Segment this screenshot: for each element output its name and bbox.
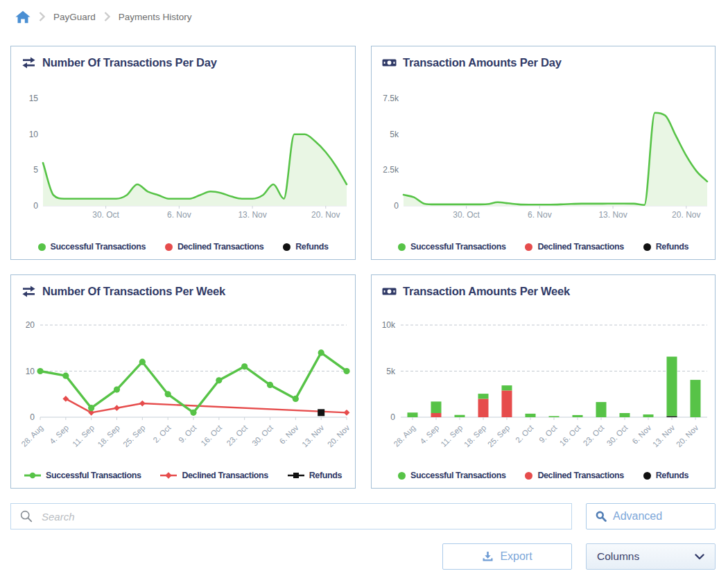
panel-transactions-per-week: Number Of Transactions Per Week 0102028.… — [10, 274, 356, 489]
search-input[interactable] — [40, 510, 562, 523]
panel-title: Number Of Transactions Per Week — [42, 285, 225, 298]
svg-text:25. Sep: 25. Sep — [121, 423, 147, 449]
chart-amounts-per-week: 05k10k28. Aug4. Sep11. Sep18. Sep25. Sep… — [380, 313, 711, 461]
panel-header: Transaction Amounts Per Day — [372, 46, 715, 69]
money-icon — [382, 286, 397, 297]
svg-text:23. Oct: 23. Oct — [225, 423, 249, 447]
svg-text:30. Oct: 30. Oct — [250, 423, 275, 447]
legend-item[interactable]: Refunds — [643, 471, 688, 480]
chevron-right-icon — [104, 12, 110, 21]
line-circle-marker-icon — [24, 471, 41, 480]
legend: Successful TransactionsDeclined Transact… — [11, 242, 355, 252]
circle-marker-icon — [643, 472, 651, 480]
panel-title: Transaction Amounts Per Week — [403, 285, 570, 298]
legend-item[interactable]: Declined Transactions — [165, 242, 263, 252]
chart-amounts-per-day: 02.5k5k7.5k30. Oct6. Nov13. Nov20. Nov — [380, 84, 709, 224]
svg-text:16. Oct: 16. Oct — [558, 423, 582, 447]
circle-marker-icon — [283, 243, 291, 251]
legend-item[interactable]: Refunds — [288, 471, 342, 480]
exchange-icon — [21, 57, 36, 69]
columns-label: Columns — [597, 550, 639, 563]
svg-text:0: 0 — [33, 201, 38, 211]
svg-text:20. Nov: 20. Nov — [675, 423, 700, 449]
svg-text:13. Nov: 13. Nov — [300, 423, 326, 449]
legend: Successful TransactionsDeclined Transact… — [11, 471, 355, 480]
svg-text:16. Oct: 16. Oct — [200, 423, 224, 447]
svg-text:2.5k: 2.5k — [383, 165, 399, 175]
circle-marker-icon — [525, 243, 532, 251]
panel-title: Number Of Transactions Per Day — [42, 56, 217, 69]
svg-text:7.5k: 7.5k — [383, 94, 399, 103]
svg-text:28. Aug: 28. Aug — [392, 423, 417, 448]
download-icon — [482, 551, 494, 562]
legend-label: Refunds — [656, 242, 688, 252]
svg-text:30. Oct: 30. Oct — [92, 210, 119, 220]
chart-transactions-per-week: 0102028. Aug4. Sep11. Sep18. Sep25. Sep2… — [19, 313, 351, 461]
svg-text:25. Sep: 25. Sep — [486, 423, 512, 449]
line-square-marker-icon — [288, 471, 304, 480]
svg-text:5k: 5k — [390, 130, 399, 139]
legend: Successful TransactionsDeclined Transact… — [372, 471, 715, 480]
legend-label: Successful Transactions — [410, 471, 505, 480]
legend-item[interactable]: Declined Transactions — [160, 471, 268, 480]
panel-header: Number Of Transactions Per Week — [11, 275, 355, 298]
legend-item[interactable]: Declined Transactions — [525, 471, 623, 480]
svg-text:11. Sep: 11. Sep — [71, 423, 96, 448]
legend-label: Declined Transactions — [177, 242, 263, 252]
legend-item[interactable]: Refunds — [283, 242, 328, 252]
svg-text:10: 10 — [29, 130, 39, 139]
line-diamond-marker-icon — [160, 471, 177, 480]
breadcrumb-item-payments-history[interactable]: Payments History — [119, 12, 192, 22]
advanced-label: Advanced — [613, 510, 662, 523]
chevron-right-icon — [39, 12, 45, 21]
actions-toolbar: Export Columns — [10, 543, 716, 570]
svg-text:9. Oct: 9. Oct — [537, 423, 559, 444]
svg-text:30. Oct: 30. Oct — [453, 210, 480, 220]
svg-text:20: 20 — [26, 320, 35, 330]
legend-label: Successful Transactions — [51, 242, 146, 252]
search-toolbar: Advanced — [10, 503, 716, 529]
svg-text:0: 0 — [30, 412, 35, 422]
circle-marker-icon — [398, 472, 406, 480]
advanced-search-button[interactable]: Advanced — [586, 503, 716, 529]
legend-item[interactable]: Successful Transactions — [24, 471, 141, 480]
panel-header: Number Of Transactions Per Day — [11, 46, 355, 69]
legend-label: Successful Transactions — [46, 471, 141, 480]
chevron-down-icon — [695, 554, 704, 560]
export-button[interactable]: Export — [442, 543, 572, 570]
legend-item[interactable]: Successful Transactions — [398, 242, 505, 252]
legend-label: Successful Transactions — [410, 242, 505, 252]
panel-title: Transaction Amounts Per Day — [403, 56, 562, 69]
svg-text:5k: 5k — [386, 367, 396, 376]
export-label: Export — [500, 550, 532, 563]
legend-item[interactable]: Successful Transactions — [398, 471, 505, 480]
svg-text:23. Oct: 23. Oct — [582, 423, 606, 447]
svg-text:4. Sep: 4. Sep — [418, 423, 440, 446]
breadcrumb: PayGuard Payments History — [0, 0, 728, 24]
magnifier-icon — [596, 511, 607, 522]
svg-text:15: 15 — [29, 94, 39, 103]
svg-text:6. Nov: 6. Nov — [278, 423, 300, 446]
legend-item[interactable]: Declined Transactions — [525, 242, 623, 252]
svg-text:6. Nov: 6. Nov — [167, 210, 191, 220]
legend-label: Declined Transactions — [537, 471, 623, 480]
home-icon[interactable] — [15, 10, 31, 24]
svg-text:4. Sep: 4. Sep — [48, 423, 70, 446]
legend: Successful TransactionsDeclined Transact… — [372, 242, 715, 252]
legend-item[interactable]: Successful Transactions — [38, 242, 146, 252]
svg-text:0: 0 — [394, 201, 399, 211]
panel-amounts-per-week: Transaction Amounts Per Week 05k10k28. A… — [371, 274, 716, 489]
breadcrumb-item-payguard[interactable]: PayGuard — [53, 12, 96, 22]
circle-marker-icon — [643, 243, 651, 251]
search-icon — [20, 510, 33, 523]
legend-item[interactable]: Refunds — [643, 242, 688, 252]
circle-marker-icon — [165, 243, 173, 251]
circle-marker-icon — [525, 472, 532, 480]
money-icon — [382, 58, 397, 68]
columns-dropdown[interactable]: Columns — [586, 543, 716, 570]
legend-label: Declined Transactions — [182, 471, 268, 480]
svg-text:20. Nov: 20. Nov — [672, 210, 700, 220]
svg-text:28. Aug: 28. Aug — [19, 423, 44, 448]
exchange-icon — [21, 286, 36, 297]
svg-text:6. Nov: 6. Nov — [528, 210, 552, 220]
